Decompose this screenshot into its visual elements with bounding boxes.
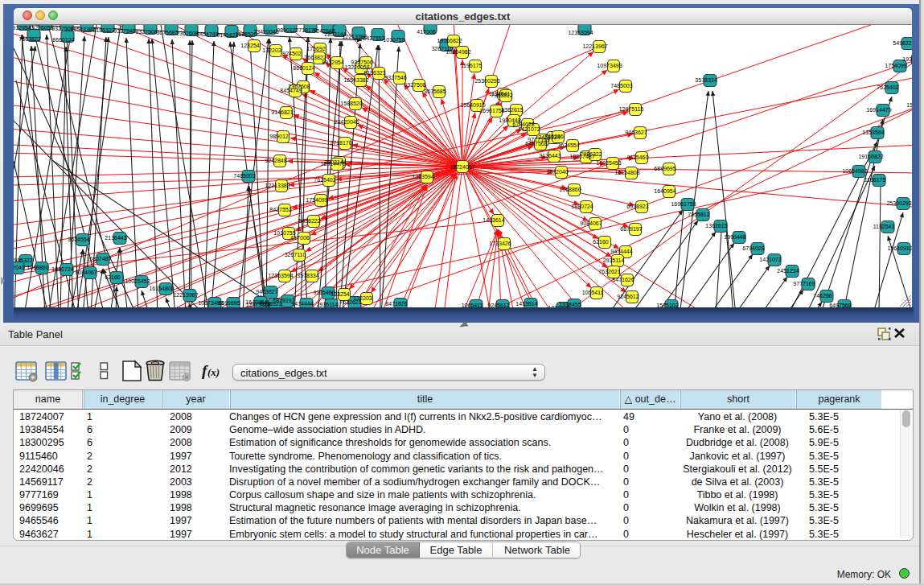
svg-text:19166822: 19166822 — [437, 38, 462, 43]
svg-text:1065411: 1065411 — [582, 290, 604, 295]
svg-text:25300293: 25300293 — [474, 78, 499, 84]
svg-text:7625402: 7625402 — [314, 177, 335, 183]
svg-text:5498222: 5498222 — [298, 218, 320, 224]
svg-text:12975115: 12975115 — [619, 106, 644, 112]
svg-text:1938455: 1938455 — [559, 302, 581, 307]
svg-text:1938455: 1938455 — [902, 56, 912, 62]
svg-text:12353594: 12353594 — [568, 30, 593, 35]
svg-text:9327508: 9327508 — [135, 29, 157, 35]
svg-text:1640954: 1640954 — [654, 188, 676, 194]
svg-text:7955812: 7955812 — [491, 93, 512, 98]
svg-text:1421072: 1421072 — [759, 257, 781, 262]
svg-text:1880724: 1880724 — [571, 204, 593, 209]
svg-text:16543382: 16543382 — [343, 77, 368, 83]
svg-text:3578334: 3578334 — [297, 273, 318, 278]
svg-text:10807487: 10807487 — [86, 256, 111, 262]
svg-text:1754099: 1754099 — [306, 197, 327, 203]
svg-text:5498222: 5498222 — [893, 40, 912, 46]
svg-text:3624554: 3624554 — [68, 237, 89, 242]
svg-text:1880724: 1880724 — [51, 266, 73, 272]
svg-text:1588520: 1588520 — [340, 101, 362, 106]
svg-text:16961758: 16961758 — [671, 201, 696, 207]
svg-text:23420046: 23420046 — [253, 29, 278, 35]
svg-text:1421072: 1421072 — [518, 126, 540, 132]
svg-text:9327500: 9327500 — [351, 60, 372, 65]
svg-text:(x): (x) — [207, 366, 220, 378]
svg-text:123254: 123254 — [331, 291, 349, 297]
svg-text:16154808: 16154808 — [149, 286, 174, 291]
svg-text:2136443: 2136443 — [105, 235, 126, 241]
svg-text:9474444: 9474444 — [291, 301, 313, 307]
svg-text:2718170: 2718170 — [330, 140, 351, 146]
svg-text:8454749: 8454749 — [280, 88, 302, 93]
svg-text:1413614: 1413614 — [515, 301, 537, 307]
svg-text:1572040: 1572040 — [14, 265, 25, 270]
svg-text:9327546: 9327546 — [384, 75, 406, 80]
svg-text:15640910: 15640910 — [460, 102, 485, 108]
svg-text:3675685: 3675685 — [424, 89, 446, 94]
svg-text:16914479: 16914479 — [866, 107, 891, 113]
svg-text:7663822: 7663822 — [18, 36, 40, 42]
svg-text:16543382: 16543382 — [70, 27, 95, 32]
svg-text:16154808: 16154808 — [614, 170, 639, 175]
svg-text:12213967: 12213967 — [582, 43, 607, 49]
svg-text:9084067: 9084067 — [75, 270, 97, 275]
svg-text:1196175: 1196175 — [461, 63, 483, 68]
svg-text:8471626: 8471626 — [612, 277, 634, 282]
svg-text:132203: 132203 — [353, 295, 372, 301]
svg-text:8186323: 8186323 — [363, 70, 385, 76]
svg-text:1990448: 1990448 — [724, 234, 745, 240]
svg-text:7986322: 7986322 — [580, 151, 602, 157]
svg-text:3267110: 3267110 — [285, 252, 306, 257]
svg-text:9777169: 9777169 — [793, 281, 815, 286]
svg-text:9327508: 9327508 — [404, 82, 425, 88]
svg-text:10025453: 10025453 — [125, 278, 150, 284]
svg-text:8427552: 8427552 — [363, 35, 384, 41]
svg-text:13226058: 13226058 — [344, 64, 369, 70]
svg-text:8186323: 8186323 — [92, 27, 114, 33]
svg-text:6899695: 6899695 — [654, 166, 676, 171]
svg-text:2451234: 2451234 — [777, 268, 799, 274]
svg-text:7625402: 7625402 — [877, 84, 898, 90]
svg-text:7955812: 7955812 — [688, 212, 709, 217]
svg-text:3624554: 3624554 — [557, 142, 579, 148]
svg-text:1733426: 1733426 — [489, 241, 511, 246]
svg-text:1353594: 1353594 — [412, 174, 433, 179]
svg-text:12353594: 12353594 — [268, 273, 293, 278]
svg-text:6794028: 6794028 — [742, 245, 764, 251]
svg-text:16914479: 16914479 — [320, 161, 345, 167]
svg-text:9463627: 9463627 — [625, 130, 647, 135]
svg-text:1572040: 1572040 — [546, 169, 568, 175]
svg-text:9474444: 9474444 — [610, 249, 632, 254]
svg-text:12213383: 12213383 — [265, 183, 290, 188]
svg-text:1754099: 1754099 — [885, 63, 906, 68]
svg-text:9327546: 9327546 — [113, 28, 135, 34]
svg-text:7485003: 7485003 — [233, 173, 255, 179]
svg-text:1010755: 1010755 — [383, 37, 405, 43]
svg-text:9245612: 9245612 — [617, 294, 639, 299]
svg-text:6497568: 6497568 — [525, 141, 547, 146]
svg-text:15640910: 15640910 — [887, 245, 912, 251]
svg-text:10973493: 10973493 — [597, 63, 622, 68]
svg-text:8660124: 8660124 — [293, 65, 314, 71]
svg-text:9084067: 9084067 — [580, 220, 602, 226]
svg-text:9463627: 9463627 — [256, 289, 277, 295]
svg-text:12213967: 12213967 — [173, 292, 198, 298]
svg-text:1196175: 1196175 — [864, 177, 886, 183]
svg-text:1068860: 1068860 — [559, 187, 581, 192]
svg-text:1132541: 1132541 — [873, 224, 895, 229]
svg-text:989012: 989012 — [269, 134, 288, 139]
svg-text:23420046: 23420046 — [334, 119, 359, 125]
svg-text:2935114: 2935114 — [317, 302, 339, 307]
svg-text:989012: 989012 — [277, 27, 295, 33]
svg-text:62160: 62160 — [593, 239, 609, 245]
svg-text:1575102: 1575102 — [906, 102, 912, 108]
svg-text:9146821: 9146821 — [271, 109, 293, 115]
svg-text:6879197: 6879197 — [620, 226, 642, 232]
svg-text:19166822: 19166822 — [858, 154, 883, 159]
svg-text:7986322: 7986322 — [14, 257, 33, 263]
svg-text:13226058: 13226058 — [28, 25, 53, 31]
svg-text:417006: 417006 — [417, 29, 435, 35]
svg-text:9242848: 9242848 — [265, 158, 286, 163]
svg-text:6899695: 6899695 — [218, 300, 240, 306]
